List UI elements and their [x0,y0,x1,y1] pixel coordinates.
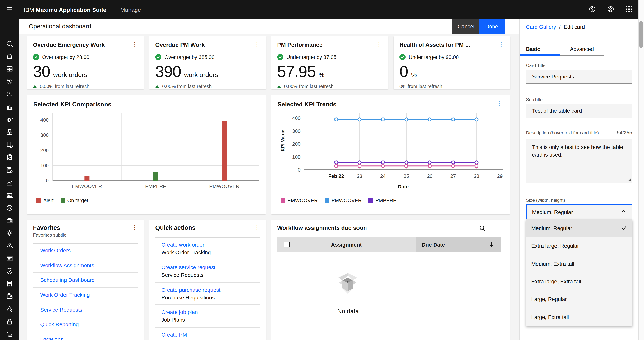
quick-actions-card: Quick actions ⋮ Create work orderWork Or… [150,220,266,340]
sort-descending-icon[interactable] [488,241,495,249]
clipboard-lock-icon[interactable] [6,293,14,300]
assignment-column-header[interactable]: Assignment [277,237,416,252]
favorite-link-service-requests[interactable]: Service Requests [40,307,82,313]
search-icon[interactable] [6,40,14,47]
user-check-icon[interactable] [6,90,14,98]
overflow-menu-icon[interactable]: ⋮ [376,41,382,47]
card-title-input[interactable]: Service Requests [526,70,632,84]
legend-item[interactable]: On target [60,197,88,203]
schedule-calendar-icon[interactable] [6,255,14,262]
favorite-link-workflow-assignments[interactable]: Workflow Assignments [40,262,94,268]
svg-text:24: 24 [380,173,386,179]
quick-action-app: Purchase Requisitions [162,294,260,300]
lock-icon[interactable] [6,318,14,326]
overflow-menu-icon[interactable]: ⋮ [498,41,504,47]
card-gallery-breadcrumb-link[interactable]: Card Gallery [526,24,556,30]
workflow-diagram-icon[interactable] [6,242,14,250]
settings-gear-icon[interactable] [6,229,14,237]
menu-item-medium-regular[interactable]: Medium, Regular [526,219,632,237]
overflow-menu-icon[interactable]: ⋮ [132,41,138,47]
hamburger-icon [6,5,14,14]
favorite-link-locations[interactable]: Locations [40,336,63,340]
size-dropdown-menu: Medium, Regular Extra large, Regular Med… [526,219,632,326]
tab-basic[interactable]: Basic [526,46,540,52]
list-item: Work Order Tracking [33,288,138,303]
create-pm-link[interactable]: Create PM [162,332,260,338]
table-search-icon[interactable] [479,225,486,233]
size-dropdown-value: Medium, Regular [532,209,573,215]
inventory-cubes-icon[interactable] [6,128,14,136]
incident-badge-icon[interactable] [6,305,14,313]
legend-swatch [368,198,373,202]
legend-item[interactable]: PMWOOVER [324,197,362,203]
receipt-icon[interactable] [6,280,14,288]
menu-item-medium-extra-tall[interactable]: Medium, Extra tall [526,255,632,273]
quick-action-app: Service Requests [162,272,260,278]
help-button[interactable] [583,0,602,19]
kpi-card-title: Overdue PM Work [155,41,205,49]
legend-swatch [60,198,65,202]
svg-text:25: 25 [404,173,409,179]
overflow-menu-icon[interactable]: ⋮ [132,224,138,230]
app-switcher-grid-icon [626,5,632,13]
shield-check-icon[interactable] [6,267,14,275]
menu-item-extra-large-regular[interactable]: Extra large, Regular [526,237,632,255]
purchase-cart-icon[interactable] [6,331,14,338]
textarea-resize-handle[interactable] [627,176,631,182]
asset-tag-icon[interactable] [6,116,14,123]
segmented-wheel-icon[interactable] [6,204,14,212]
home-icon[interactable] [6,52,14,60]
list-item: Service Requests [33,303,138,318]
legend-item[interactable]: PMPERF [368,197,396,203]
favorite-link-work-order-tracking[interactable]: Work Order Tracking [40,292,90,298]
favorite-link-scheduling-dashboard[interactable]: Scheduling Dashboard [40,277,94,283]
menu-item-extra-large-extra-tall[interactable]: Extra large, Extra tall [526,273,632,290]
recent-history-icon[interactable] [6,78,14,85]
kpi-unit: work orders [53,71,87,79]
app-switcher-button[interactable] [620,0,638,19]
due-date-column-header[interactable]: Due Date [416,237,501,252]
page-scrollbar-thumb[interactable] [640,21,643,48]
menu-item-large-extra-tall[interactable]: Large, Extra tall [526,308,632,326]
delta-up-icon [33,85,37,88]
overflow-menu-icon[interactable]: ⋮ [254,224,260,230]
legend-item[interactable]: Alert [36,197,54,203]
device-tools-icon[interactable] [6,191,14,199]
menu-item-large-regular[interactable]: Large, Regular [526,290,632,308]
kpi-status-text: Over target by 28.00 [42,54,89,60]
delta-up-icon [277,85,281,88]
status-check-icon [33,54,39,60]
size-dropdown[interactable]: Medium, Regular [526,204,632,219]
description-textarea[interactable]: This is only a test to see how the table… [526,139,632,183]
overflow-menu-icon[interactable]: ⋮ [496,225,502,230]
dashboard-icon[interactable] [6,65,14,73]
favorite-link-quick-reporting[interactable]: Quick Reporting [40,322,79,328]
certificate-document-icon[interactable] [6,166,14,174]
overflow-menu-icon[interactable]: ⋮ [254,41,260,47]
clipboard-sync-icon[interactable] [6,154,14,161]
create-purchase-request-link[interactable]: Create purchase request [162,287,260,293]
create-service-request-link[interactable]: Create service request [162,264,260,270]
cancel-button[interactable]: Cancel [452,19,479,34]
toolbox-icon[interactable] [6,217,14,224]
size-field-label: Size (width, height) [526,197,565,203]
page-scrollbar-track[interactable] [638,0,644,340]
create-work-order-link[interactable]: Create work order [162,242,260,248]
done-button[interactable]: Done [479,19,505,34]
legend-swatch [280,198,285,202]
chart-legend: AlertOn target [36,197,88,203]
legend-item[interactable]: EMWOOVER [280,197,318,203]
subtitle-input[interactable]: Test of the table card [526,104,632,118]
kpi-bar-chart-icon[interactable] [6,103,14,111]
maximo-app: IBM Maximo Application Suite Manage [0,0,644,340]
line-chart-icon[interactable] [6,179,14,186]
delta-up-icon [155,85,159,88]
tab-advanced[interactable]: Advanced [560,46,604,52]
svg-text:300: 300 [292,128,300,134]
favorite-link-work-orders[interactable]: Work Orders [40,248,70,254]
active-tab-indicator [520,54,560,55]
log-sync-icon[interactable] [6,141,14,149]
user-account-button[interactable] [602,0,620,19]
hamburger-menu-button[interactable] [0,0,19,19]
create-job-plan-link[interactable]: Create job plan [162,309,260,315]
